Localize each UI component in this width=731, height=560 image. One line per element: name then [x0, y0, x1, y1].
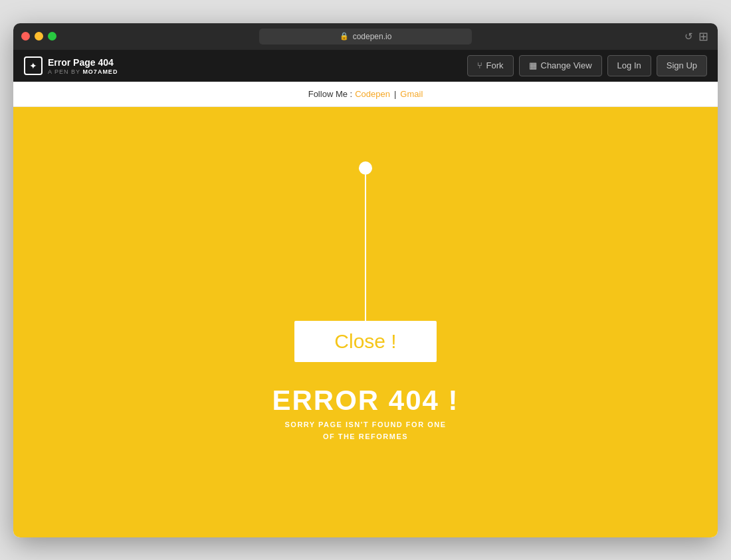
error-subtitle-line2: OF THE REFORMES [272, 431, 459, 443]
maximize-button[interactable] [48, 32, 56, 41]
lock-icon: 🔒 [340, 32, 349, 41]
error-subtitle-line1: SORRY PAGE ISN'T FOUND FOR ONE [272, 419, 459, 431]
new-tab-icon[interactable]: ⊞ [698, 29, 708, 44]
pen-title: Error Page 404 [48, 57, 114, 68]
codepen-follow-link[interactable]: Codepen [355, 89, 390, 99]
close-box[interactable]: Close ! [294, 321, 436, 362]
refresh-icon[interactable]: ↺ [684, 31, 693, 43]
follow-separator: | [394, 89, 396, 99]
browser-window: 🔒 codepen.io ↺ ⊞ ✦ Error Page 404 A PEN … [13, 23, 718, 537]
title-bar: 🔒 codepen.io ↺ ⊞ [13, 23, 718, 50]
codepen-navbar: ✦ Error Page 404 A PEN BY MO7AMED ⑂ Fork… [13, 50, 718, 82]
login-label: Log In [617, 60, 641, 70]
gmail-follow-link[interactable]: Gmail [400, 89, 423, 99]
close-button[interactable] [21, 32, 30, 41]
follow-bar: Follow Me : Codepen | Gmail [13, 82, 718, 107]
traffic-lights [21, 32, 56, 41]
nav-buttons: ⑂ Fork ▦ Change View Log In Sign Up [467, 55, 708, 76]
follow-text: Follow Me : [308, 89, 352, 99]
fork-button[interactable]: ⑂ Fork [467, 55, 514, 76]
codepen-logo-icon: ✦ [24, 56, 43, 75]
pen-author: A PEN BY MO7AMED [48, 68, 118, 75]
fork-label: Fork [486, 60, 504, 70]
address-bar[interactable]: 🔒 codepen.io [259, 29, 472, 45]
pendulum-ball [359, 161, 372, 175]
logo-symbol: ✦ [29, 60, 37, 71]
change-view-button[interactable]: ▦ Change View [519, 55, 602, 76]
error-subtitle: SORRY PAGE ISN'T FOUND FOR ONE OF THE RE… [272, 419, 459, 442]
close-button-text: Close ! [334, 330, 396, 352]
minimize-button[interactable] [35, 32, 43, 41]
change-view-icon: ▦ [529, 60, 537, 70]
pendulum-line [365, 175, 366, 321]
pen-info: Error Page 404 A PEN BY MO7AMED [48, 56, 118, 75]
login-button[interactable]: Log In [607, 55, 651, 76]
fork-icon: ⑂ [477, 60, 482, 70]
codepen-logo: ✦ Error Page 404 A PEN BY MO7AMED [24, 56, 118, 75]
main-content: Close ! ERROR 404 ! SORRY PAGE ISN'T FOU… [13, 107, 718, 537]
address-text: codepen.io [353, 32, 392, 41]
pendulum-container: Close ! [294, 161, 436, 362]
error-title: ERROR 404 ! [272, 385, 459, 417]
error-section: ERROR 404 ! SORRY PAGE ISN'T FOUND FOR O… [272, 385, 459, 442]
signup-button[interactable]: Sign Up [657, 55, 707, 76]
signup-label: Sign Up [667, 60, 697, 70]
change-view-label: Change View [541, 60, 592, 70]
